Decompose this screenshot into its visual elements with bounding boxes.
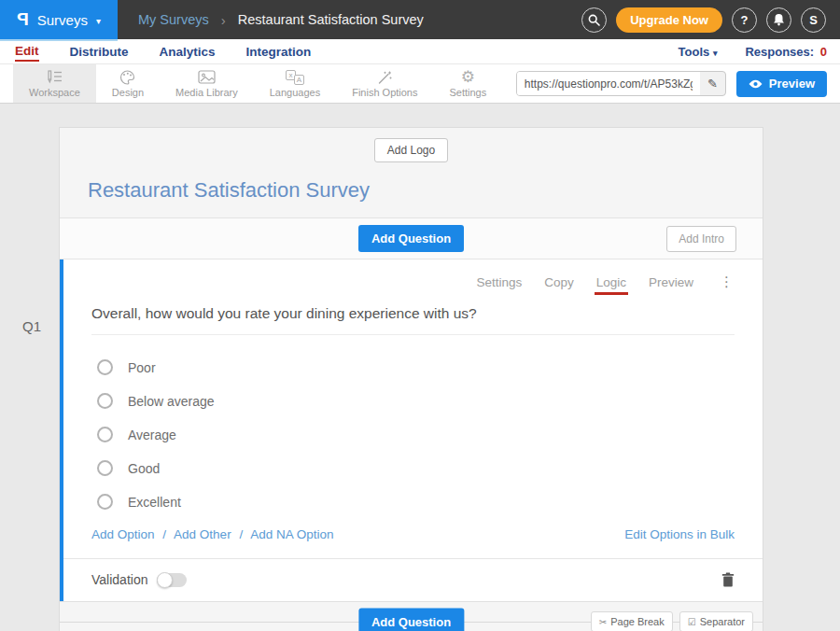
toolbar-right: ✎ Preview [516,64,840,103]
questionpro-logo-icon: P [17,9,29,30]
survey-url-input[interactable] [517,72,700,95]
tab-distribute[interactable]: Distribute [70,43,129,61]
option-row[interactable]: Excellent [97,494,735,510]
chevron-down-icon: ▾ [96,16,101,26]
tools-label: Tools [679,45,710,59]
separator-box-icon: ☑ [688,617,696,627]
breadcrumb-survey-title: Restaurant Satisfaction Survey [238,12,424,27]
upgrade-now-button[interactable]: Upgrade Now [616,7,722,33]
radio-icon[interactable] [97,427,113,442]
translate-icon: xA [286,69,304,85]
add-question-button-top[interactable]: Add Question [358,225,464,252]
add-question-row-bottom: Add Question ✂ Page Break ☑ Separator [60,601,763,631]
answer-options: Poor Below average Average Good Excellen… [97,359,735,510]
toolbar-workspace[interactable]: Workspace [13,64,96,103]
page-break-button[interactable]: ✂ Page Break [591,611,673,631]
avatar-letter: S [809,13,818,27]
option-row[interactable]: Below average [97,393,735,409]
footer-insert-buttons: ✂ Page Break ☑ Separator [591,611,753,631]
radio-icon[interactable] [97,393,113,409]
toolbar-languages[interactable]: xA Languages [254,64,336,103]
edit-toolbar: Workspace Design Media Library xA Langua… [0,64,840,104]
add-logo-button[interactable]: Add Logo [374,138,448,162]
survey-card: Add Logo Restaurant Satisfaction Survey … [59,127,763,631]
delete-question-button[interactable] [721,572,735,587]
account-avatar[interactable]: S [801,7,826,33]
survey-url-box: ✎ [516,71,726,96]
validation-label: Validation [91,572,147,587]
toolbar-label: Languages [270,87,320,98]
add-intro-button[interactable]: Add Intro [666,226,736,252]
option-label[interactable]: Good [128,461,160,476]
add-na-option-link[interactable]: Add NA Option [250,527,333,541]
option-row[interactable]: Poor [97,359,735,375]
preview-label: Preview [769,77,815,91]
option-label[interactable]: Poor [128,360,156,375]
header-actions: Upgrade Now ? S [581,7,840,33]
validation-toggle[interactable] [157,573,187,587]
add-option-link[interactable]: Add Option [91,527,155,541]
option-links-row: Add Option / Add Other / Add NA Option E… [91,527,735,541]
separator-button[interactable]: ☑ Separator [679,611,753,631]
toolbar-label: Workspace [29,87,80,98]
toolbar-label: Design [112,87,144,98]
product-label: Surveys [37,12,88,28]
option-row[interactable]: Good [97,460,735,476]
question-copy-link[interactable]: Copy [544,275,574,289]
survey-title[interactable]: Restaurant Satisfaction Survey [60,162,763,217]
question-logic-link[interactable]: Logic [596,275,626,289]
option-label[interactable]: Excellent [128,495,181,510]
toggle-knob [157,572,173,588]
validation-row: Validation [63,558,763,601]
question-number-label: Q1 [22,318,41,334]
link-separator: / [239,527,243,541]
question-more-menu-icon[interactable]: ⋮ [720,273,735,290]
option-row[interactable]: Average [97,427,735,442]
nav-right: Tools ▾ Responses: 0 [679,45,840,59]
survey-editor-canvas: Q1 Add Logo Restaurant Satisfaction Surv… [0,127,840,631]
edit-options-in-bulk-link[interactable]: Edit Options in Bulk [624,527,735,541]
question-text[interactable]: Overall, how would you rate your dining … [91,305,735,335]
page-break-label: Page Break [610,616,664,627]
toolbar-settings[interactable]: ⚙ Settings [433,64,502,103]
toolbar-label: Settings [449,87,486,98]
toolbar-finish-options[interactable]: Finish Options [336,64,433,103]
product-switcher[interactable]: P Surveys ▾ [0,0,118,39]
breadcrumb-separator-icon: › [221,12,226,28]
toolbar-design[interactable]: Design [96,64,160,103]
trash-icon [721,572,735,587]
radio-icon[interactable] [97,494,113,510]
tab-analytics[interactable]: Analytics [160,43,216,61]
option-label[interactable]: Below average [128,394,215,409]
survey-header-section: Add Logo Restaurant Satisfaction Survey [60,128,763,217]
tab-integration[interactable]: Integration [246,43,312,61]
question-card: Settings Copy Logic Preview ⋮ Overall, h… [60,259,763,601]
breadcrumb-my-surveys[interactable]: My Surveys [138,12,209,27]
responses-count: 0 [820,45,827,59]
question-menu: Settings Copy Logic Preview ⋮ [91,273,735,290]
help-button[interactable]: ? [732,7,757,33]
question-preview-link[interactable]: Preview [649,275,693,289]
bell-icon [773,13,785,26]
tools-menu[interactable]: Tools ▾ [679,45,718,59]
responses-counter[interactable]: Responses: 0 [745,45,827,59]
add-question-button-bottom[interactable]: Add Question [358,609,464,631]
toolbar-label: Media Library [175,87,238,98]
palette-icon [119,69,135,85]
notifications-button[interactable] [766,7,791,33]
option-label[interactable]: Average [128,428,176,442]
radio-icon[interactable] [97,460,113,476]
radio-icon[interactable] [97,359,113,375]
toolbar-media-library[interactable]: Media Library [160,64,254,103]
breadcrumb: My Surveys › Restaurant Satisfaction Sur… [138,12,424,28]
preview-button[interactable]: Preview [736,71,827,97]
search-button[interactable] [581,7,607,33]
magic-wand-icon [377,69,393,85]
workspace-icon [46,69,63,85]
add-other-link[interactable]: Add Other [174,527,231,541]
edit-url-pencil-icon[interactable]: ✎ [700,77,725,91]
image-icon [198,69,216,85]
tab-edit[interactable]: Edit [15,42,39,62]
question-mark-icon: ? [741,13,749,27]
question-settings-link[interactable]: Settings [476,275,522,289]
